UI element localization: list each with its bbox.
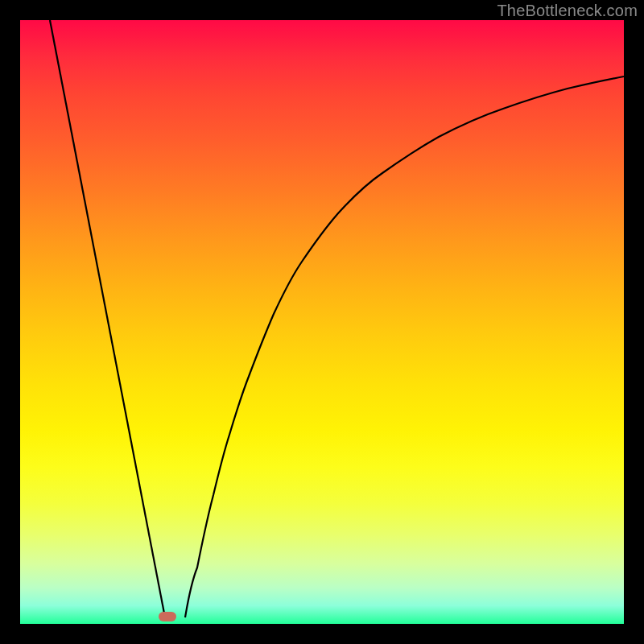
curve-left-branch (50, 20, 165, 617)
curve-svg (20, 20, 624, 624)
vertex-marker (159, 612, 176, 621)
watermark-text: TheBottleneck.com (497, 2, 638, 20)
curve-right-branch (185, 76, 624, 617)
chart-frame: TheBottleneck.com (0, 0, 644, 644)
plot-area (20, 20, 624, 624)
